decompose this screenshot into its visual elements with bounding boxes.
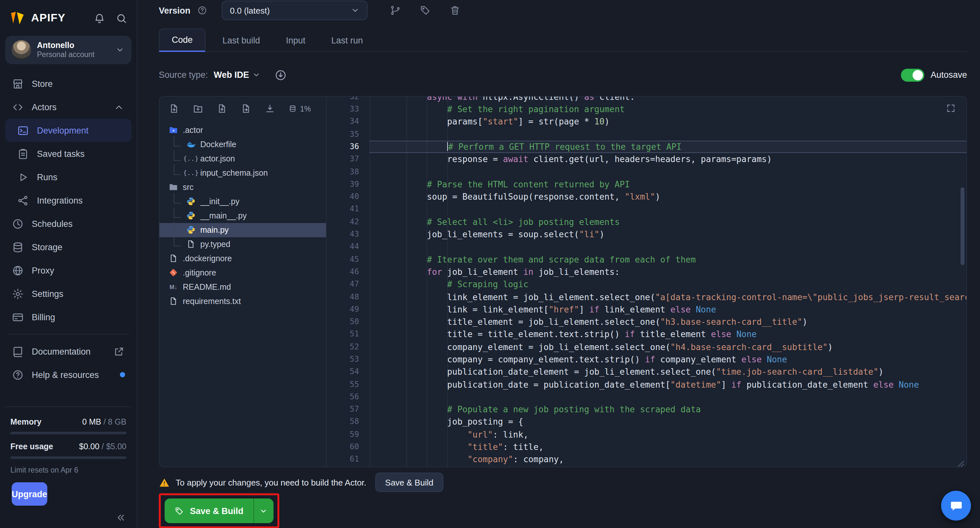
account-switcher[interactable]: Antonello Personal account	[5, 36, 132, 64]
search-icon[interactable]	[115, 12, 128, 24]
code-line-35[interactable]: 35	[327, 128, 966, 141]
code-line-52[interactable]: 52 company_element = job_li_element.sele…	[327, 341, 966, 353]
primary-nav: StoreActorsDevelopmentSaved tasksRunsInt…	[5, 72, 132, 329]
file-.dockerignore[interactable]: .dockerignore	[159, 251, 326, 266]
code-line-40[interactable]: 40 soup = BeautifulSoup(response.content…	[327, 191, 966, 203]
file-name: __init__.py	[200, 197, 240, 206]
file-__main__.py[interactable]: __main__.py	[159, 209, 326, 223]
line-number: 53	[327, 353, 369, 366]
delete-icon[interactable]	[449, 5, 461, 16]
code-line-49[interactable]: 49 link = link_element["href"] if link_e…	[327, 304, 966, 316]
avatar	[12, 40, 31, 60]
code-line-57[interactable]: 57 # Populate a new job posting with the…	[327, 403, 966, 416]
file-.actor[interactable]: .actor	[159, 123, 326, 137]
sidebar-item-saved-tasks[interactable]: Saved tasks	[5, 142, 132, 165]
notifications-bell-icon[interactable]	[93, 12, 106, 24]
sidebar-item-schedules[interactable]: Schedules	[5, 212, 132, 235]
file-name: .gitignore	[183, 269, 216, 277]
code-line-56[interactable]: 56	[327, 391, 966, 404]
file-__init__.py[interactable]: __init__.py	[159, 194, 326, 209]
code-line-37[interactable]: 37 response = await client.get(url, head…	[327, 153, 966, 166]
sidebar-item-integrations[interactable]: Integrations	[5, 189, 132, 212]
sidebar-item-development[interactable]: Development	[5, 119, 132, 142]
move-file-icon[interactable]	[240, 103, 251, 115]
file-.gitignore[interactable]: .gitignore	[159, 266, 326, 280]
source-type-select[interactable]: Web IDE	[214, 70, 261, 80]
code-line-42[interactable]: 42 # Select all <li> job posting element…	[327, 216, 966, 228]
sidebar-item-billing[interactable]: Billing	[5, 305, 132, 329]
scrollbar-thumb[interactable]	[961, 187, 964, 265]
code-line-32[interactable]: 32 async with httpx.AsyncClient() as cli…	[327, 97, 966, 103]
tab-input[interactable]: Input	[285, 30, 307, 51]
sidebar-item-proxy[interactable]: Proxy	[5, 259, 132, 282]
code-line-33[interactable]: 33 # Set the right pagination argument	[327, 103, 966, 116]
new-folder-icon[interactable]	[192, 103, 204, 115]
pull-source-icon[interactable]	[275, 69, 288, 82]
sidebar-item-actors[interactable]: Actors	[5, 95, 132, 119]
sidebar-item-storage[interactable]: Storage	[5, 235, 132, 259]
new-file-icon[interactable]	[169, 103, 180, 115]
sidebar-item-documentation[interactable]: Documentation	[5, 340, 132, 363]
file-Dockerfile[interactable]: Dockerfile	[159, 137, 326, 152]
code-line-50[interactable]: 50 title_element = job_li_element.select…	[327, 316, 966, 328]
code-line-48[interactable]: 48 link_element = job_li_element.select_…	[327, 291, 966, 304]
version-select[interactable]: 0.0 (latest)	[222, 1, 368, 20]
code-line-46[interactable]: 46 for job_li_element in job_li_elements…	[327, 266, 966, 278]
code-line-58[interactable]: 58 job_posting = {	[327, 416, 966, 428]
sidebar-item-help[interactable]: Help & resources	[5, 363, 132, 386]
code-line-45[interactable]: 45 # Iterate over them and scrape data f…	[327, 253, 966, 266]
branch-icon[interactable]	[390, 5, 401, 16]
code-line-54[interactable]: 54 publication_date_element = job_li_ele…	[327, 366, 966, 379]
code-line-34[interactable]: 34 params["start"] = str(page * 10)	[327, 116, 966, 128]
code-text: link_element = job_li_element.select_one…	[369, 291, 966, 304]
tag-icon[interactable]	[419, 5, 431, 16]
code-line-51[interactable]: 51 title = title_element.text.strip() if…	[327, 328, 966, 341]
file-main.py[interactable]: main.py	[159, 223, 326, 237]
sidebar-item-settings[interactable]: Settings	[5, 282, 132, 305]
sidebar: APIFY Antonello Personal account StoreAc…	[0, 0, 137, 528]
code-line-39[interactable]: 39 # Parse the HTML content returned by …	[327, 178, 966, 191]
code-line-43[interactable]: 43 job_li_elements = soup.select("li")	[327, 228, 966, 241]
fullscreen-icon[interactable]	[946, 103, 956, 113]
collapse-sidebar-icon[interactable]	[115, 512, 126, 523]
file-py.typed[interactable]: py.typed	[159, 237, 326, 251]
code-line-60[interactable]: 60 "title": title,	[327, 441, 966, 453]
sidebar-item-store[interactable]: Store	[5, 72, 132, 95]
file-toolbar: 1%	[159, 97, 326, 120]
version-help-icon[interactable]	[197, 5, 207, 16]
code-line-61[interactable]: 61 "company": company,	[327, 453, 966, 466]
file-actor.json[interactable]: {..}actor.json	[159, 152, 326, 166]
sidebar-item-runs[interactable]: Runs	[5, 165, 132, 189]
file-src[interactable]: src	[159, 180, 326, 194]
save-build-main[interactable]: Save & Build	[165, 498, 253, 523]
save-build-button[interactable]: Save & Build	[165, 498, 273, 523]
code-line-36[interactable]: 36 # Perform a GET HTTP request to the t…	[327, 141, 966, 153]
sidebar-item-label: Documentation	[32, 347, 91, 356]
tab-last-run[interactable]: Last run	[330, 30, 364, 51]
upgrade-button[interactable]: Upgrade	[12, 482, 47, 506]
account-names: Antonello Personal account	[37, 41, 95, 59]
code-line-55[interactable]: 55 publication_date = publication_date_e…	[327, 378, 966, 391]
code-line-44[interactable]: 44	[327, 241, 966, 253]
upload-file-icon[interactable]	[216, 103, 228, 115]
save-build-inline-button[interactable]: Save & Build	[375, 472, 443, 492]
resize-handle[interactable]	[957, 458, 964, 465]
apify-logo-icon[interactable]	[9, 10, 26, 27]
logo-text[interactable]: APIFY	[31, 12, 65, 25]
code-line-41[interactable]: 41	[327, 203, 966, 216]
code-line-47[interactable]: 47 # Scraping logic	[327, 278, 966, 291]
code-editor[interactable]: 32 async with httpx.AsyncClient() as cli…	[327, 97, 966, 467]
file-requirements.txt[interactable]: requirements.txt	[159, 294, 326, 309]
code-line-59[interactable]: 59 "url": link,	[327, 428, 966, 441]
file-README.md[interactable]: M↓README.md	[159, 280, 326, 294]
chat-widget-button[interactable]	[941, 491, 971, 520]
save-build-dropdown[interactable]	[254, 498, 273, 523]
code-line-53[interactable]: 53 company = company_element.text.strip(…	[327, 353, 966, 366]
tab-code[interactable]: Code	[159, 29, 206, 52]
file-input_schema.json[interactable]: {..}input_schema.json	[159, 166, 326, 180]
build-tag-icon	[174, 506, 184, 516]
download-all-icon[interactable]	[264, 103, 275, 115]
autosave-toggle[interactable]	[900, 69, 924, 82]
tab-last-build[interactable]: Last build	[221, 30, 261, 51]
code-line-38[interactable]: 38	[327, 165, 966, 178]
